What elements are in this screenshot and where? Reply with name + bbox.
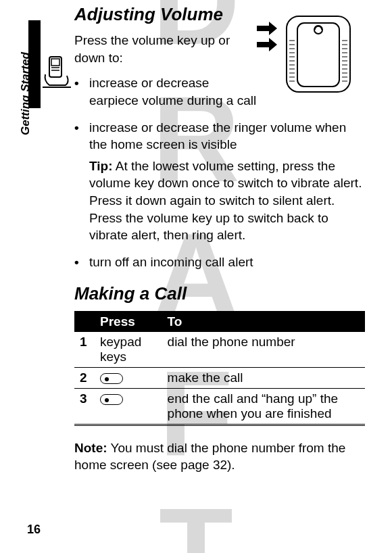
press-cell: [95, 367, 162, 388]
step-number: 1: [74, 332, 95, 368]
step-number: 2: [74, 367, 95, 388]
tip-paragraph: Tip: At the lowest volume setting, press…: [89, 158, 365, 244]
intro-text: Press the volume key up or down to:: [74, 32, 250, 66]
note-text: You must dial the phone number from the …: [74, 441, 345, 473]
table-row: 1 keypad keys dial the phone number: [74, 332, 365, 368]
table-header-press: Press: [95, 311, 162, 332]
note-paragraph: Note: You must dial the phone number fro…: [74, 439, 365, 474]
bullet-dot-icon: •: [74, 254, 79, 271]
table-row: 2 make the call: [74, 367, 365, 388]
svg-marker-5: [257, 22, 277, 35]
svg-rect-1: [51, 59, 59, 66]
note-label: Note:: [74, 441, 107, 455]
to-cell: dial the phone number: [162, 332, 365, 368]
press-cell: keypad keys: [95, 332, 162, 368]
table-header-to: To: [162, 311, 365, 332]
tip-label: Tip:: [89, 159, 112, 173]
end-key-icon: [100, 394, 123, 405]
bullet-text: turn off an incoming call alert: [89, 255, 253, 269]
step-number: 3: [74, 388, 95, 425]
press-cell: [95, 388, 162, 425]
heading-making-a-call: Making a Call: [74, 283, 365, 304]
phone-in-hand-icon: [43, 54, 71, 88]
page: Getting Started: [0, 0, 392, 553]
call-steps-table: Press To 1 keypad keys dial the phone nu…: [74, 311, 365, 426]
svg-point-9: [314, 26, 322, 34]
bullet-item-3: • turn off an incoming call alert: [74, 254, 365, 271]
volume-bullet-list: • increase or decrease earpiece volume d…: [74, 74, 365, 270]
table-header-blank: [74, 311, 95, 332]
bullet-text: increase or decrease the ringer volume w…: [89, 120, 346, 152]
to-cell: end the call and “hang up” the phone whe…: [162, 388, 365, 425]
table-row: 3 end the call and “hang up” the phone w…: [74, 388, 365, 425]
bullet-text: increase or decrease earpiece volume dur…: [89, 74, 258, 109]
tip-text: At the lowest volume setting, press the …: [89, 159, 362, 243]
svg-marker-6: [257, 38, 277, 51]
bullet-item-2: • increase or decrease the ringer volume…: [74, 119, 365, 244]
page-number: 16: [27, 523, 41, 537]
side-tab-label: Getting Started: [19, 52, 32, 135]
bullet-item-1: • increase or decrease earpiece volume d…: [74, 74, 365, 109]
to-cell: make the call: [162, 367, 365, 388]
bullet-dot-icon: •: [74, 74, 79, 92]
bullet-dot-icon: •: [74, 119, 79, 137]
send-key-icon: [100, 373, 123, 384]
